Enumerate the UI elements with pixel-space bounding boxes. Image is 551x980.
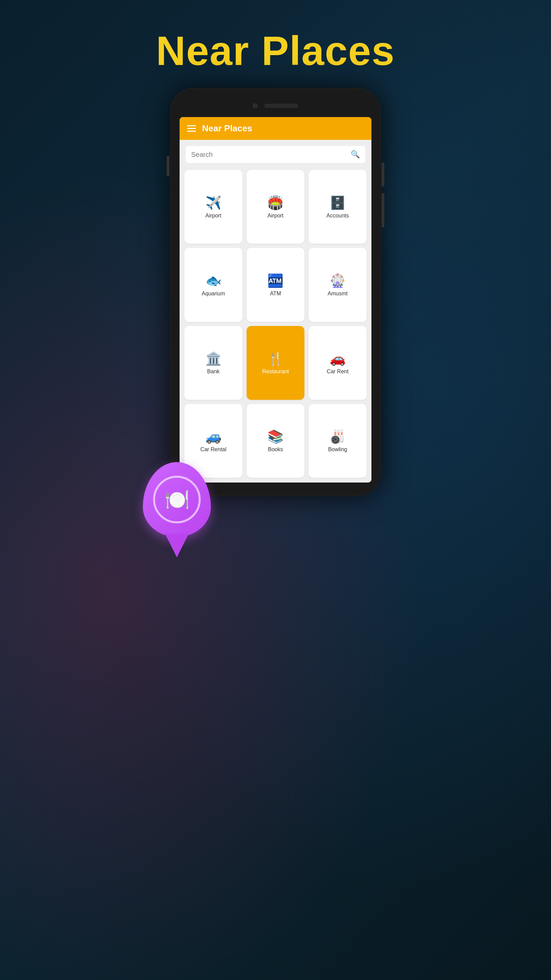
grid-item-restaurant[interactable]: 🍴Restaurant (246, 326, 305, 400)
grid-item-atm[interactable]: 🏧ATM (246, 248, 305, 321)
aquarium-label: Aquarium (202, 291, 225, 297)
hamburger-line-1 (187, 125, 196, 126)
books-icon: 📚 (267, 430, 283, 443)
grid-item-accounts[interactable]: 🗄️Accounts (308, 170, 367, 243)
car-rent-icon: 🚗 (330, 352, 346, 365)
hamburger-line-2 (187, 128, 196, 129)
phone-screen: Near Places 🔍 ✈️Airport🏟️Airport🗄️Accoun… (179, 117, 372, 482)
pin-body: 🍽️ (143, 462, 211, 537)
hamburger-menu-button[interactable] (187, 125, 196, 132)
car-rent-label: Car Rent (327, 369, 349, 375)
grid-item-bowling[interactable]: 🎳Bowling (308, 404, 367, 478)
car-rental-label: Car Rental (200, 447, 226, 453)
volume-button-right (382, 193, 384, 227)
grid-item-aquarium[interactable]: 🐟Aquarium (184, 248, 243, 321)
pin-inner-circle: 🍽️ (153, 476, 201, 523)
grid-item-airport2[interactable]: 🏟️Airport (246, 170, 305, 243)
amusmt-label: Amusmt (327, 291, 348, 297)
accounts-label: Accounts (327, 213, 349, 219)
pin-food-icon: 🍽️ (164, 488, 190, 512)
location-pin: 🍽️ (143, 462, 211, 537)
bank-label: Bank (207, 369, 219, 375)
search-input[interactable] (191, 151, 347, 159)
page-title: Near Places (156, 27, 395, 74)
bank-icon: 🏛️ (205, 352, 221, 365)
search-icon: 🔍 (351, 150, 360, 159)
phone-speaker (264, 104, 298, 108)
bowling-icon: 🎳 (330, 430, 346, 443)
power-button (382, 163, 384, 186)
restaurant-icon: 🍴 (267, 352, 283, 365)
airport2-label: Airport (267, 213, 283, 219)
restaurant-label: Restaurant (262, 369, 289, 375)
grid-item-bank[interactable]: 🏛️Bank (184, 326, 243, 400)
airport2-icon: 🏟️ (267, 196, 283, 209)
app-header: Near Places (179, 117, 372, 140)
phone-notch (179, 97, 372, 115)
grid-item-airport1[interactable]: ✈️Airport (184, 170, 243, 243)
books-label: Books (268, 447, 283, 453)
front-camera (253, 103, 257, 108)
search-bar: 🔍 (186, 146, 365, 163)
pin-tail (165, 533, 189, 557)
amusmt-icon: 🎡 (330, 274, 346, 287)
phone-wrapper: Near Places 🔍 ✈️Airport🏟️Airport🗄️Accoun… (170, 88, 381, 496)
airport1-icon: ✈️ (205, 196, 221, 209)
airport1-label: Airport (205, 213, 221, 219)
accounts-icon: 🗄️ (330, 196, 346, 209)
hamburger-line-3 (187, 130, 196, 132)
atm-icon: 🏧 (267, 274, 283, 287)
category-grid: ✈️Airport🏟️Airport🗄️Accounts🐟Aquarium🏧AT… (179, 166, 372, 482)
grid-item-amusmt[interactable]: 🎡Amusmt (308, 248, 367, 321)
app-header-title: Near Places (202, 123, 252, 134)
car-rental-icon: 🚙 (205, 430, 221, 443)
aquarium-icon: 🐟 (205, 274, 221, 287)
phone-frame: Near Places 🔍 ✈️Airport🏟️Airport🗄️Accoun… (170, 88, 381, 496)
search-bar-container: 🔍 (179, 140, 372, 166)
grid-item-car-rent[interactable]: 🚗Car Rent (308, 326, 367, 400)
bowling-label: Bowling (328, 447, 347, 453)
volume-button (167, 156, 169, 176)
atm-label: ATM (270, 291, 281, 297)
grid-item-books[interactable]: 📚Books (246, 404, 305, 478)
